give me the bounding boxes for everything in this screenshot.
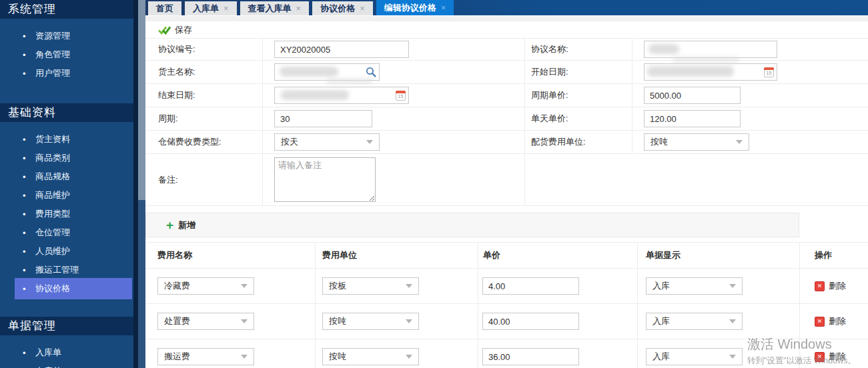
tab-inbound-order[interactable]: 入库单× bbox=[185, 1, 237, 15]
table-row-cell: 入库 bbox=[637, 339, 799, 368]
cycle-price-label: 周期单价: bbox=[524, 84, 632, 107]
close-icon[interactable]: × bbox=[441, 3, 446, 13]
delete-row-button[interactable]: ✕删除 bbox=[815, 315, 846, 327]
table-row-cell: 入库 bbox=[637, 304, 799, 339]
sidebar-item-personnel-maintain[interactable]: •人员维护 bbox=[0, 242, 133, 261]
col-header-fee-name: 费用名称 bbox=[145, 243, 315, 269]
caret-down-icon bbox=[729, 284, 736, 288]
tab-home[interactable]: 首页 bbox=[148, 1, 181, 15]
tab-bar: 首页 入库单× 查看入库单× 协议价格× 编辑协议价格× bbox=[145, 0, 868, 15]
bullet-icon: • bbox=[23, 69, 26, 79]
table-row-cell: ✕删除 bbox=[799, 339, 868, 368]
bullet-icon: • bbox=[23, 247, 26, 257]
storage-fee-type-select[interactable]: 按天 bbox=[274, 133, 380, 151]
sidebar-item-goods-maintain[interactable]: •商品维护 bbox=[0, 186, 133, 205]
owner-name-input[interactable] bbox=[274, 63, 380, 81]
table-row-cell: 处置费 bbox=[145, 304, 315, 339]
delivery-fee-unit-select[interactable]: 按吨 bbox=[644, 133, 749, 151]
agreement-name-input[interactable] bbox=[644, 41, 777, 58]
caret-down-icon bbox=[241, 319, 248, 323]
sidebar-item-porter-mgmt[interactable]: •搬运工管理 bbox=[0, 261, 133, 279]
caret-down-icon bbox=[366, 140, 373, 144]
cycle-price-input[interactable] bbox=[644, 87, 741, 104]
plus-icon: + bbox=[166, 219, 173, 231]
caret-down-icon bbox=[241, 355, 248, 359]
bullet-icon: • bbox=[23, 348, 26, 358]
sidebar-item-goods-spec[interactable]: •商品规格 bbox=[0, 167, 133, 186]
sidebar-item-resource-mgmt[interactable]: •资源管理 bbox=[0, 27, 133, 45]
agreement-no-input[interactable] bbox=[274, 41, 409, 58]
doc-display-select[interactable]: 入库 bbox=[646, 348, 743, 365]
app-window: 系统管理 •资源管理 •角色管理 •用户管理 基础资料 •货主资料 •商品类别 … bbox=[0, 0, 868, 368]
delete-row-button[interactable]: ✕删除 bbox=[815, 280, 846, 292]
table-row-cell: 冷藏费 bbox=[145, 269, 315, 304]
remark-textarea[interactable] bbox=[274, 157, 376, 202]
sidebar-item-goods-category[interactable]: •商品类别 bbox=[0, 149, 133, 167]
bullet-icon: • bbox=[23, 31, 26, 41]
close-icon[interactable]: × bbox=[224, 3, 229, 13]
day-price-input[interactable] bbox=[644, 110, 741, 127]
sidebar-item-user-mgmt[interactable]: •用户管理 bbox=[0, 64, 133, 83]
calendar-icon[interactable] bbox=[764, 67, 774, 77]
tab-edit-agreement-price[interactable]: 编辑协议价格× bbox=[376, 0, 454, 15]
sidebar-item-fee-type[interactable]: •费用类型 bbox=[0, 205, 133, 223]
add-fee-button[interactable]: + 新增 bbox=[166, 219, 195, 231]
calendar-icon[interactable] bbox=[396, 91, 406, 101]
fee-unit-select[interactable]: 按吨 bbox=[322, 313, 419, 330]
fee-unit-select[interactable]: 按板 bbox=[322, 277, 419, 295]
tab-agreement-price[interactable]: 协议价格× bbox=[312, 1, 373, 15]
agreement-no-label: 协议编号: bbox=[145, 39, 262, 61]
col-header-action: 操作 bbox=[799, 243, 868, 269]
day-price-label: 单天单价: bbox=[524, 107, 632, 131]
caret-down-icon bbox=[406, 319, 412, 323]
doc-display-select[interactable]: 入库 bbox=[646, 277, 743, 295]
bullet-icon: • bbox=[23, 50, 26, 60]
tab-view-inbound-order[interactable]: 查看入库单× bbox=[240, 1, 310, 15]
fee-price-input[interactable] bbox=[482, 313, 579, 330]
fee-table: 费用名称 费用单位 单价 单据显示 操作 冷藏费 按板 入库 ✕删除 bbox=[145, 242, 868, 368]
fee-name-select[interactable]: 冷藏费 bbox=[157, 277, 254, 295]
end-date-input[interactable] bbox=[274, 87, 409, 104]
caret-down-icon bbox=[729, 355, 736, 359]
start-date-input[interactable] bbox=[644, 63, 777, 81]
caret-down-icon bbox=[406, 355, 412, 359]
fee-name-select[interactable]: 搬运费 bbox=[157, 348, 254, 365]
doc-display-select[interactable]: 入库 bbox=[646, 313, 743, 330]
sidebar-scrollbar-thumb[interactable] bbox=[138, 0, 145, 200]
sidebar-item-inbound-order[interactable]: •入库单 bbox=[0, 343, 133, 362]
search-icon[interactable] bbox=[366, 67, 376, 77]
sidebar-item-owner-data[interactable]: •货主资料 bbox=[0, 130, 133, 149]
start-date-label: 开始日期: bbox=[524, 61, 632, 84]
caret-down-icon bbox=[406, 284, 412, 288]
delete-row-button[interactable]: ✕删除 bbox=[815, 351, 846, 363]
remark-label: 备注: bbox=[145, 154, 262, 206]
end-date-label: 结束日期: bbox=[145, 84, 262, 107]
fee-price-input[interactable] bbox=[482, 277, 579, 295]
bullet-icon: • bbox=[23, 135, 26, 145]
header-divider bbox=[145, 15, 868, 21]
caret-down-icon bbox=[736, 140, 743, 144]
fee-name-select[interactable]: 处置费 bbox=[157, 313, 254, 330]
table-row-cell: 按板 bbox=[315, 269, 478, 304]
fee-unit-select[interactable]: 按吨 bbox=[322, 348, 419, 365]
caret-down-icon bbox=[729, 319, 736, 323]
save-button[interactable]: 保存 bbox=[158, 24, 192, 36]
close-icon[interactable]: × bbox=[296, 3, 302, 13]
sidebar-item-agreement-price[interactable]: •协议价格 bbox=[0, 279, 133, 298]
delete-icon: ✕ bbox=[815, 317, 825, 327]
sidebar: 系统管理 •资源管理 •角色管理 •用户管理 基础资料 •货主资料 •商品类别 … bbox=[0, 0, 133, 368]
sidebar-item-role-mgmt[interactable]: •角色管理 bbox=[0, 45, 133, 64]
sidebar-item-outbound-order[interactable]: •出库单 bbox=[0, 362, 133, 368]
close-icon[interactable]: × bbox=[360, 3, 365, 13]
fee-price-input[interactable] bbox=[482, 348, 579, 365]
table-row-cell: 按吨 bbox=[315, 304, 478, 339]
bullet-icon: • bbox=[23, 265, 26, 275]
cycle-input[interactable] bbox=[274, 110, 372, 127]
sidebar-scrollbar[interactable] bbox=[133, 0, 145, 368]
table-row-cell: 搬运费 bbox=[145, 339, 315, 368]
toolbar: 保存 bbox=[145, 21, 868, 38]
delivery-fee-unit-label: 配货费用单位: bbox=[524, 131, 632, 154]
owner-name-label: 货主名称: bbox=[145, 61, 262, 84]
sidebar-item-bin-mgmt[interactable]: •仓位管理 bbox=[0, 223, 133, 242]
storage-fee-type-label: 仓储费收费类型: bbox=[145, 131, 262, 154]
